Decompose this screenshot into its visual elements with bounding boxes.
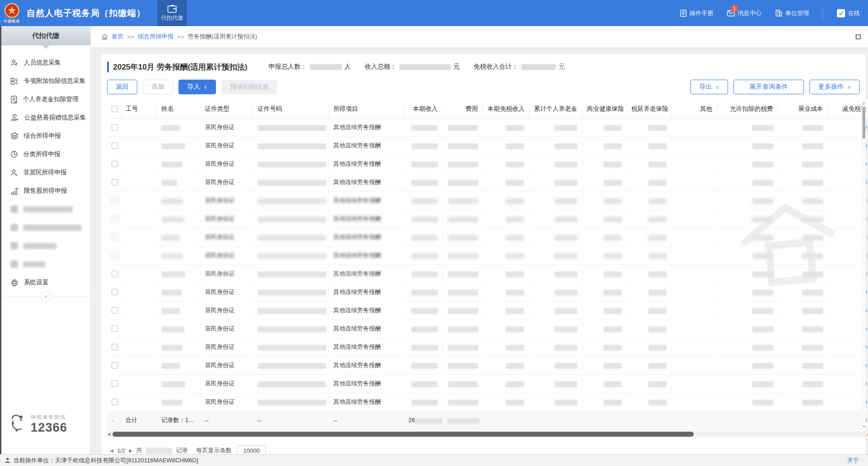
more-actions-button[interactable]: 更多操作∨ [809, 80, 860, 94]
redacted-value [648, 180, 667, 186]
table-cell [121, 301, 156, 320]
scroll-up-icon[interactable]: ▲ [862, 100, 866, 106]
scroll-down-icon[interactable]: ▼ [862, 423, 866, 429]
redacted-value [448, 143, 478, 149]
sidebar-item-3[interactable]: 公益慈善捐赠信息采集 [1, 108, 90, 127]
manual-link[interactable]: 操作手册 [680, 9, 713, 17]
table-cell [404, 136, 442, 155]
table-cell [528, 210, 582, 228]
blurred-icon [11, 242, 18, 249]
table-cell [717, 191, 778, 210]
hand-heart-icon [11, 114, 19, 121]
message-center-link[interactable]: 1 消息中心 [727, 9, 761, 17]
table-cell [253, 136, 329, 155]
org-management-link[interactable]: 单位管理 [775, 9, 809, 17]
scroll-left-icon[interactable]: ◀ [106, 431, 112, 437]
table-cell [121, 118, 156, 136]
row-checkbox[interactable] [112, 124, 118, 130]
table-cell [107, 374, 121, 393]
stat-tax-free-income: 免税收入合计：元 [474, 63, 565, 71]
breadcrumb-comprehensive-income[interactable]: 综合所得申报 [138, 33, 173, 41]
row-checkbox[interactable] [112, 197, 118, 204]
row-checkbox[interactable] [112, 307, 118, 314]
redacted-value [162, 180, 177, 186]
redacted-value [162, 162, 183, 168]
table-cell [253, 118, 329, 136]
sidebar-item-redacted-3[interactable] [1, 237, 90, 255]
import-button[interactable]: 导入∨ [178, 80, 216, 94]
row-checkbox[interactable] [112, 216, 118, 222]
table-row: 居民身份证其他连续劳务报酬0 [107, 228, 868, 246]
sidebar-item-6[interactable]: 非居民所得申报 [1, 163, 90, 182]
online-status[interactable]: 在线 [837, 9, 860, 17]
row-checkbox[interactable] [112, 380, 118, 387]
scroll-right-icon[interactable]: ▶ [866, 431, 868, 437]
sidebar-item-12[interactable]: 系统设置 [1, 273, 90, 292]
sidebar-item-0[interactable]: 人员信息采集 [1, 54, 90, 72]
horizontal-scrollbar[interactable]: ◀ ▶ [107, 431, 868, 437]
redacted-value [411, 180, 438, 186]
card-list-icon [11, 78, 18, 85]
table-cell [404, 265, 442, 283]
redacted-value [162, 125, 180, 131]
sidebar-item-7[interactable]: 限售股所得申报 [1, 182, 90, 200]
about-link[interactable]: 关于 [847, 456, 859, 465]
sidebar-item-redacted-4[interactable] [1, 255, 90, 273]
table-cell [107, 320, 121, 338]
sidebar-item-4[interactable]: 综合所得申报 [1, 127, 90, 145]
summary-cell: 合计 [121, 411, 156, 429]
row-checkbox[interactable] [112, 344, 118, 350]
back-button[interactable]: 返回 [107, 80, 137, 94]
page-size-input[interactable]: 10000 [237, 445, 265, 455]
row-checkbox[interactable] [112, 399, 118, 405]
vertical-scrollbar[interactable]: ▲ ▼ [862, 100, 866, 429]
row-checkbox[interactable] [112, 179, 118, 185]
prev-page-icon[interactable]: ◀ [110, 448, 113, 453]
row-checkbox[interactable] [112, 142, 118, 149]
row-checkbox[interactable] [112, 252, 118, 259]
redacted-value [648, 143, 667, 149]
sidebar-item-1[interactable]: 专项附加扣除信息采集 [1, 72, 90, 90]
tax-bureau-logo: 中国税务 [0, 0, 24, 26]
expand-query-button[interactable]: 展开查询条件 [733, 80, 804, 94]
table-cell [121, 136, 156, 155]
table-cell [528, 338, 582, 356]
export-button[interactable]: 导出∨ [690, 80, 728, 94]
row-checkbox[interactable] [112, 161, 118, 167]
redacted-value [258, 345, 326, 351]
sidebar-item-2[interactable]: 个人养老金扣除管理 [1, 90, 90, 108]
redacted-value [399, 64, 451, 70]
row-checkbox[interactable] [112, 289, 118, 295]
row-checkbox[interactable] [112, 362, 118, 368]
table-cell [404, 356, 442, 374]
add-button[interactable]: 添加 [143, 80, 173, 94]
sidebar-item-5[interactable]: 分类所得申报 [1, 145, 90, 163]
sidebar-item-redacted-2[interactable] [1, 218, 90, 237]
horizontal-scroll-thumb[interactable] [113, 432, 694, 437]
table-cell: 居民身份证 [200, 136, 253, 155]
panel-toggle-icon[interactable] [856, 34, 861, 39]
sidebar-item-redacted-1[interactable] [1, 200, 90, 218]
breadcrumb-home[interactable]: 首页 [112, 33, 124, 41]
row-checkbox[interactable] [112, 234, 118, 240]
table-cell [442, 191, 483, 210]
table-cell [483, 356, 528, 374]
row-checkbox[interactable] [112, 271, 118, 277]
table-cell [717, 338, 778, 356]
sidebar-collapse-button[interactable]: « [40, 291, 51, 302]
select-all-checkbox[interactable] [112, 106, 118, 112]
row-checkbox[interactable] [112, 325, 118, 332]
table-cell [778, 393, 828, 411]
summary-cell [442, 411, 483, 429]
redacted-value [258, 235, 326, 241]
prefill-deduction-button[interactable]: 预填扣除信息 [221, 80, 277, 94]
next-page-icon[interactable]: ▶ [129, 448, 133, 453]
redacted-value [752, 326, 773, 332]
redacted-value [752, 290, 773, 296]
vertical-scroll-thumb[interactable] [863, 107, 865, 139]
table-cell [156, 118, 200, 136]
redacted-value [506, 143, 524, 149]
tab-withholding[interactable]: 代扣代缴 [157, 0, 187, 26]
table-cell [626, 393, 671, 411]
redacted-value [162, 271, 185, 277]
